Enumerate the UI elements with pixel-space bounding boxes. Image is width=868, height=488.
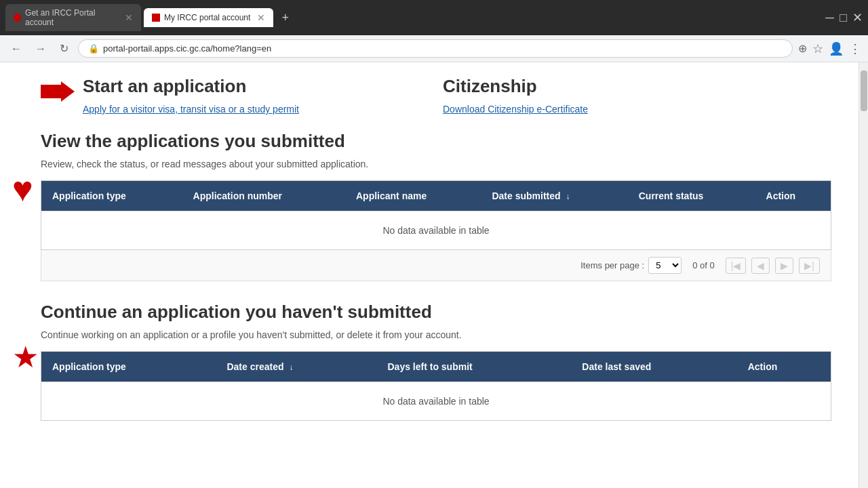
svg-marker-0 <box>41 81 75 102</box>
col-date-submitted[interactable]: Date submitted ↓ <box>481 181 627 211</box>
star-decoration: ★ <box>12 342 39 372</box>
next-page-button[interactable]: ▶ <box>775 258 793 274</box>
start-application-title: Start an application <box>83 76 299 97</box>
col-applicant-name: Applicant name <box>345 181 481 211</box>
tab-get-ircc[interactable]: Get an IRCC Portal account ✕ <box>5 4 141 31</box>
citizenship-section: Citizenship Download Citizenship e-Certi… <box>443 76 831 115</box>
minimize-button[interactable]: ─ <box>825 11 834 25</box>
col2-date-last-saved: Date last saved <box>571 352 736 382</box>
profile-icon[interactable]: 👤 <box>829 41 844 56</box>
heart-decoration: ♥ <box>12 171 33 207</box>
scrollbar[interactable] <box>859 62 868 488</box>
table-row: No data available in table <box>41 211 831 250</box>
pagination-info: 0 of 0 <box>692 260 715 270</box>
continue-application-section: ★ Continue an application you haven't su… <box>41 302 831 421</box>
close-tab-1[interactable]: ✕ <box>125 12 133 23</box>
close-window-button[interactable]: ✕ <box>852 10 863 25</box>
close-tab-2[interactable]: ✕ <box>257 12 265 23</box>
table-row: No data available in table <box>41 382 831 421</box>
tab-label-1: Get an IRCC Portal account <box>25 8 118 27</box>
unsubmitted-applications-table: Application type Date created ↓ Days lef… <box>41 351 831 421</box>
continue-application-desc: Continue working on an application or a … <box>41 329 831 340</box>
bookmark-icon[interactable]: ☆ <box>812 41 823 56</box>
col-application-number: Application number <box>182 181 345 211</box>
tab-label-2: My IRCC portal account <box>164 13 250 22</box>
continue-application-title: Continue an application you haven't subm… <box>41 302 831 323</box>
col-current-status: Current status <box>628 181 755 211</box>
arrow-decoration <box>41 81 75 104</box>
new-tab-button[interactable]: + <box>276 9 294 26</box>
apply-link[interactable]: Apply for a visitor visa, transit visa o… <box>83 104 299 115</box>
empty-message: No data available in table <box>41 211 831 250</box>
first-page-button[interactable]: |◀ <box>726 258 747 274</box>
per-page-select[interactable]: 5 10 25 <box>648 257 682 274</box>
forward-button[interactable]: → <box>31 40 50 58</box>
items-per-page-section: Items per page : 5 10 25 <box>580 257 682 274</box>
citizenship-title: Citizenship <box>443 76 831 97</box>
sort-desc-icon: ↓ <box>566 192 570 201</box>
back-button[interactable]: ← <box>7 40 26 58</box>
view-applications-title: View the applications you submitted <box>41 131 831 152</box>
tab-my-ircc[interactable]: My IRCC portal account ✕ <box>144 8 273 27</box>
empty-message-2: No data available in table <box>41 382 831 421</box>
last-page-button[interactable]: ▶| <box>799 258 820 274</box>
col2-application-type: Application type <box>41 352 216 382</box>
sort2-desc-icon: ↓ <box>289 363 293 372</box>
col-application-type: Application type <box>41 181 182 211</box>
items-per-page-label: Items per page : <box>580 260 644 270</box>
col-action: Action <box>755 181 831 211</box>
lock-icon: 🔒 <box>88 43 99 54</box>
citizenship-link[interactable]: Download Citizenship e-Certificate <box>443 104 588 115</box>
col2-action: Action <box>737 352 831 382</box>
submitted-applications-table: Application type Application number Appl… <box>41 180 831 250</box>
tab-favicon-2 <box>152 14 160 22</box>
col2-date-created[interactable]: Date created ↓ <box>216 352 376 382</box>
scrollbar-thumb[interactable] <box>861 70 867 111</box>
view-applications-section: ♥ View the applications you submitted Re… <box>41 131 831 281</box>
prev-page-button[interactable]: ◀ <box>751 258 770 274</box>
tab-favicon-1 <box>14 14 21 22</box>
refresh-button[interactable]: ↻ <box>56 39 73 58</box>
address-text: portal-portail.apps.cic.gc.ca/home?lang=… <box>103 43 783 54</box>
maximize-button[interactable]: □ <box>840 11 847 25</box>
extensions-icon: ⊕ <box>798 42 807 55</box>
view-applications-desc: Review, check the status, or read messag… <box>41 159 831 169</box>
menu-icon[interactable]: ⋮ <box>849 41 861 56</box>
col2-days-left: Days left to submit <box>376 352 571 382</box>
address-bar[interactable]: 🔒 portal-portail.apps.cic.gc.ca/home?lan… <box>78 39 793 58</box>
start-application-section: Start an application Apply for a visitor… <box>83 76 299 115</box>
